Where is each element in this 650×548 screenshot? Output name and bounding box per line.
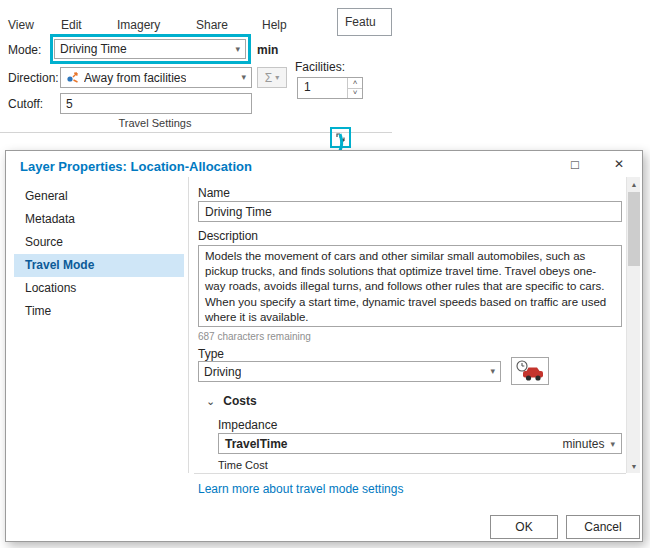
facilities-stepper[interactable]: 1 ˄ ˅ [297,77,363,99]
content-separator [194,473,626,474]
chevron-down-icon: ▾ [241,73,246,82]
menu-item-view[interactable]: View [8,15,34,35]
mode-label: Mode: [8,43,41,57]
sidebar-item-time[interactable]: Time [14,300,184,323]
chevron-down-icon: ▾ [275,73,279,82]
maximize-icon: □ [571,157,579,172]
ribbon: View Edit Imagery Share Help Featu Mode:… [0,0,400,150]
costs-section-header[interactable]: ⌄ Costs [206,394,257,408]
sidebar-item-locations[interactable]: Locations [14,277,184,300]
content-scrollbar[interactable]: ▲ ▼ [626,177,640,473]
tab-feature-partial[interactable]: Featu [337,8,392,36]
type-dropdown[interactable]: Driving ▾ [198,361,501,382]
dialog-launcher-button[interactable] [333,130,348,145]
away-from-facilities-icon [66,71,79,84]
layer-properties-dialog: Layer Properties: Location-Allocation □ … [5,150,643,542]
travel-settings-group-label: Travel Settings [0,117,310,129]
impedance-label: Impedance [218,418,277,432]
time-cost-label: Time Cost [218,459,268,471]
chevron-down-icon: ▾ [610,439,615,449]
scroll-down-icon[interactable]: ▼ [627,459,641,473]
sigma-button[interactable]: Σ ▾ [257,67,287,88]
cancel-button[interactable]: Cancel [566,515,640,539]
impedance-unit: minutes [562,437,604,451]
close-button[interactable]: ✕ [602,151,636,177]
direction-value: Away from facilities [84,71,186,85]
menu-item-edit[interactable]: Edit [61,15,82,35]
direction-dropdown[interactable]: Away from facilities ▾ [60,67,252,88]
stepper-buttons: ˄ ˅ [347,78,362,98]
description-textarea[interactable]: Models the movement of cars and other si… [198,245,622,327]
stepper-down-button[interactable]: ˅ [348,89,362,99]
sidebar-item-source[interactable]: Source [14,231,184,254]
type-label: Type [198,347,224,361]
description-label: Description [198,229,258,243]
mode-dropdown[interactable]: Driving Time ▾ [54,39,246,59]
direction-label: Direction: [8,71,59,85]
cutoff-label: Cutoff: [8,97,43,111]
impedance-value: TravelTime [225,437,287,451]
impedance-dropdown[interactable]: TravelTime minutes ▾ [218,433,622,454]
scroll-up-icon[interactable]: ▲ [627,177,641,191]
scrollbar-thumb[interactable] [628,192,640,266]
menu-item-share[interactable]: Share [196,15,228,35]
name-input[interactable] [198,201,622,222]
name-label: Name [198,186,230,200]
ok-button[interactable]: OK [490,515,558,539]
chevron-down-icon: ▾ [235,45,240,54]
facilities-label: Facilities: [295,60,345,74]
cutoff-input[interactable] [60,93,252,114]
characters-remaining: 687 characters remaining [198,331,311,342]
sigma-icon: Σ [265,71,272,85]
costs-label: Costs [223,394,256,408]
chevron-down-icon: ▾ [490,367,495,376]
menu-item-imagery[interactable]: Imagery [117,15,160,35]
mode-value: Driving Time [60,42,127,56]
dialog-title: Layer Properties: Location-Allocation [20,159,252,174]
mode-unit: min [257,43,278,57]
sidebar-divider [188,177,189,473]
travel-mode-icon-button[interactable] [511,357,549,385]
car-clock-icon [516,360,544,382]
chevron-down-icon: ⌄ [206,395,215,408]
sidebar-item-travel-mode[interactable]: Travel Mode [14,254,184,277]
sidebar-item-metadata[interactable]: Metadata [14,208,184,231]
dialog-launcher-icon [335,132,347,144]
menu-item-help[interactable]: Help [262,15,287,35]
learn-more-link[interactable]: Learn more about travel mode settings [198,482,403,496]
sidebar-item-general[interactable]: General [14,185,184,208]
type-value: Driving [204,365,241,379]
facilities-value: 1 [298,78,347,98]
stepper-up-button[interactable]: ˄ [348,78,362,89]
maximize-button[interactable]: □ [558,151,592,177]
close-icon: ✕ [614,157,624,171]
